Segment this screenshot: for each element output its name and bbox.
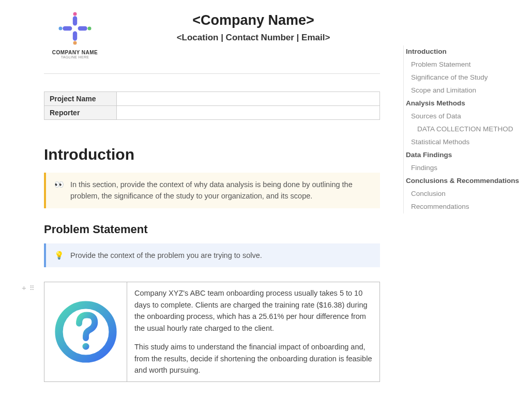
svg-rect-4 [73, 32, 77, 41]
reporter-value[interactable] [117, 106, 380, 120]
problem-statement-heading: Problem Statement [44, 223, 380, 236]
header-divider [44, 73, 380, 74]
reporter-label: Reporter [44, 106, 117, 120]
problem-paragraph-2: This study aims to understand the financ… [134, 341, 372, 376]
svg-rect-6 [63, 26, 72, 30]
problem-callout-text: Provide the context of the problem you a… [70, 250, 372, 261]
toc-problem-statement[interactable]: Problem Statement [404, 58, 522, 71]
table-row: Reporter [44, 106, 380, 120]
toc-introduction[interactable]: Introduction [404, 45, 522, 58]
company-name: <Company Name> [127, 12, 380, 28]
svg-point-5 [73, 41, 77, 45]
eyes-icon: 👀 [54, 179, 64, 190]
toc-conclusion[interactable]: Conclusion [404, 188, 522, 201]
svg-point-3 [88, 27, 92, 30]
table-of-contents: Introduction Problem Statement Significa… [403, 45, 522, 213]
problem-content-block[interactable]: + Company XYZ's ABC team onboarding proc… [44, 282, 380, 381]
project-name-value[interactable] [117, 92, 380, 106]
drag-handle-icon[interactable] [29, 283, 35, 290]
document-main: COMPANY NAME TAGLINE HERE <Company Name>… [0, 0, 398, 392]
intro-callout: 👀 In this section, provide the context o… [44, 173, 380, 208]
toc-analysis-methods[interactable]: Analysis Methods [404, 97, 522, 110]
problem-body[interactable]: Company XYZ's ABC team onboarding proces… [127, 282, 379, 381]
problem-paragraph-1: Company XYZ's ABC team onboarding proces… [134, 287, 372, 334]
company-subtitle: <Location | Contact Number | Email> [127, 33, 380, 43]
logo-tagline: TAGLINE HERE [44, 55, 106, 59]
toc-conclusions[interactable]: Conclusions & Recommendations [404, 175, 522, 188]
svg-point-7 [59, 27, 63, 30]
toc-findings[interactable]: Findings [404, 162, 522, 175]
svg-rect-0 [73, 16, 77, 25]
toc-sources-of-data[interactable]: Sources of Data [404, 110, 522, 123]
logo-block: COMPANY NAME TAGLINE HERE [44, 10, 106, 59]
problem-callout: 💡 Provide the context of the problem you… [44, 243, 380, 267]
question-mark-image [44, 282, 127, 381]
introduction-heading: Introduction [44, 146, 380, 163]
logo-icon [44, 10, 106, 49]
intro-callout-text: In this section, provide the context of … [70, 179, 372, 202]
toc-statistical-methods[interactable]: Statistical Methods [404, 136, 522, 149]
logo-company-name: COMPANY NAME [44, 50, 106, 55]
lightbulb-icon: 💡 [54, 250, 64, 261]
toc-data-collection-method[interactable]: DATA COLLECTION METHOD [404, 123, 522, 136]
svg-point-9 [82, 343, 89, 350]
svg-point-1 [73, 12, 77, 16]
document-header: COMPANY NAME TAGLINE HERE <Company Name>… [44, 10, 380, 59]
add-block-button[interactable]: + [22, 283, 26, 292]
toc-significance[interactable]: Significance of the Study [404, 71, 522, 84]
project-name-label: Project Name [44, 92, 117, 106]
table-row: Project Name [44, 92, 380, 106]
toc-data-findings[interactable]: Data Findings [404, 149, 522, 162]
header-titles: <Company Name> <Location | Contact Numbe… [127, 10, 380, 43]
toc-recommendations[interactable]: Recommendations [404, 201, 522, 213]
project-info-table: Project Name Reporter [44, 91, 380, 120]
svg-rect-2 [78, 26, 87, 30]
toc-scope[interactable]: Scope and Limitation [404, 84, 522, 97]
block-controls: + [22, 283, 35, 292]
